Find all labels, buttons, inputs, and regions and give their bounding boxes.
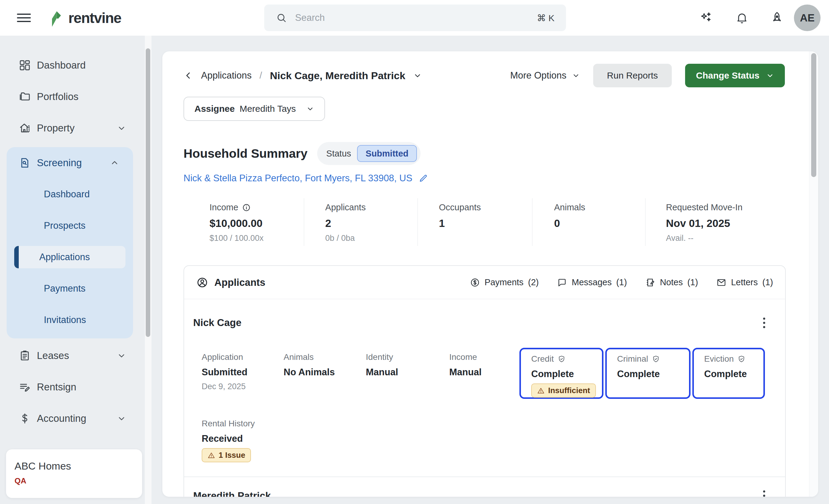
stat-value: $10,000.00 [210, 217, 304, 229]
link-label: Notes [660, 277, 683, 287]
document-search-icon [19, 157, 31, 169]
stat-animals: Animals 0 [532, 198, 645, 246]
sidebar-subitem-label: Applications [39, 252, 90, 263]
eviction-check-card[interactable]: Eviction Complete [692, 348, 765, 399]
stat-value: 1 [439, 217, 532, 229]
credit-check-card[interactable]: Credit Complete In [519, 348, 604, 399]
assignee-value: Meredith Tays [240, 104, 296, 114]
stat-occupants: Occupants 1 [418, 198, 532, 246]
stat-move-in: Requested Move-In Nov 01, 2025 Avail. -- [645, 198, 785, 246]
applicant-kebab-menu-icon[interactable] [761, 489, 767, 497]
check-label: Credit [531, 354, 554, 364]
sidebar-subitem-label: Invitations [44, 315, 86, 325]
applicants-person-icon [196, 276, 208, 288]
notifications-bell-icon[interactable] [735, 11, 749, 25]
rentvine-logo-icon [48, 8, 64, 27]
link-label: Payments [484, 277, 524, 287]
stat-sub: 0b / 0ba [325, 234, 418, 243]
sidebar-item-rentsign[interactable]: Rentsign [0, 371, 153, 403]
back-chevron-icon[interactable] [183, 71, 193, 80]
payments-link[interactable]: Payments (2) [470, 277, 539, 288]
sidebar-item-property[interactable]: Property [0, 112, 153, 144]
shield-check-icon [557, 355, 566, 363]
sidebar-item-portfolios[interactable]: Portfolios [0, 81, 153, 112]
letters-link[interactable]: Letters (1) [716, 277, 773, 288]
main-scrollbar-thumb[interactable] [811, 53, 816, 177]
sidebar-item-dashboard[interactable]: Dashboard [0, 49, 153, 81]
link-count: (1) [687, 277, 698, 287]
sidebar-item-label: Leases [37, 350, 69, 361]
breadcrumb-applications-link[interactable]: Applications [201, 70, 252, 81]
stat-label: Applicants [325, 202, 366, 212]
more-options-button[interactable]: More Options [510, 70, 580, 81]
dashboard-grid-icon [19, 59, 31, 71]
sidebar-item-label: Screening [37, 157, 82, 168]
hamburger-menu-icon[interactable] [17, 11, 31, 25]
org-switcher-card[interactable]: ABC Homes QA [6, 449, 142, 498]
field-label: Income [449, 352, 477, 362]
envelope-icon [716, 277, 726, 288]
run-reports-button[interactable]: Run Reports [593, 64, 672, 87]
sidebar-scrollbar-thumb[interactable] [146, 48, 150, 337]
main-scrollbar[interactable] [809, 51, 818, 497]
page-title: Nick Cage, Meredith Patrick [270, 70, 405, 82]
chevron-down-icon [117, 414, 126, 423]
note-pencil-icon [645, 277, 655, 288]
field-value: Manual [449, 367, 519, 378]
sidebar-scrollbar[interactable] [145, 36, 151, 504]
field-sub: Dec 9, 2025 [202, 382, 284, 391]
user-avatar[interactable]: AE [794, 4, 821, 31]
criminal-check-card[interactable]: Criminal Complete [605, 348, 690, 399]
issue-warning-badge: 1 Issue [202, 448, 251, 462]
sidebar-item-screening-invitations[interactable]: Invitations [7, 304, 133, 336]
sidebar-subitem-label: Dashboard [44, 189, 90, 200]
notes-link[interactable]: Notes (1) [645, 277, 698, 288]
link-count: (1) [616, 277, 627, 287]
sidebar-item-screening-dashboard[interactable]: Dashboard [7, 179, 133, 210]
status-label: Status [326, 149, 351, 159]
whats-new-rocket-icon[interactable] [770, 11, 784, 25]
breadcrumb: Applications / Nick Cage, Meredith Patri… [183, 70, 422, 82]
sidebar-item-label: Dashboard [37, 60, 85, 71]
active-item-accent-bar [14, 246, 19, 268]
org-environment-badge: QA [14, 476, 142, 486]
field-label: Rental History [202, 419, 255, 428]
folder-icon [19, 91, 31, 103]
info-icon[interactable] [242, 203, 251, 212]
sidebar-item-screening[interactable]: Screening [7, 147, 133, 179]
messages-link[interactable]: Messages (1) [557, 277, 627, 288]
stat-value: 0 [554, 217, 645, 229]
property-address-link[interactable]: Nick & Stella Pizza Perfecto, Fort Myers… [183, 173, 412, 184]
check-value: Complete [617, 369, 689, 380]
field-label: Identity [366, 352, 393, 362]
sidebar-item-accounting[interactable]: Accounting [0, 403, 153, 434]
ai-sparkles-icon[interactable] [700, 11, 714, 25]
sidebar-item-label: Rentsign [37, 381, 76, 393]
sidebar-item-screening-prospects[interactable]: Prospects [7, 210, 133, 241]
sidebar-item-label: Property [37, 122, 75, 134]
change-status-button[interactable]: Change Status [685, 64, 785, 87]
sidebar-item-label: Portfolios [37, 91, 79, 103]
stat-label: Occupants [439, 202, 481, 212]
applicants-panel: Applicants Payments (2) [183, 265, 786, 497]
sidebar-item-screening-payments[interactable]: Payments [7, 273, 133, 304]
field-animals: Animals No Animals [284, 348, 366, 399]
brand-logo[interactable]: rentvine [48, 8, 121, 27]
stat-label: Requested Move-In [666, 202, 743, 212]
field-value: Submitted [202, 367, 284, 378]
field-label: Animals [284, 352, 314, 362]
applicant-kebab-menu-icon[interactable] [761, 316, 767, 330]
global-search[interactable]: ⌘ K [264, 4, 566, 31]
search-input[interactable] [295, 12, 537, 23]
field-value: Manual [366, 367, 449, 378]
chat-bubble-icon [557, 277, 567, 288]
household-summary-title: Household Summary [183, 147, 308, 161]
sidebar-item-leases[interactable]: Leases [0, 340, 153, 371]
sidebar-item-screening-applications[interactable]: Applications [7, 241, 133, 273]
title-chevron-down-icon[interactable] [413, 71, 422, 80]
assignee-dropdown[interactable]: Assignee Meredith Tays [183, 97, 325, 121]
stat-value: 2 [325, 217, 418, 229]
status-badge: Submitted [357, 145, 417, 162]
edit-pencil-icon[interactable] [419, 173, 428, 183]
badge-label: Insufficient [548, 386, 590, 395]
